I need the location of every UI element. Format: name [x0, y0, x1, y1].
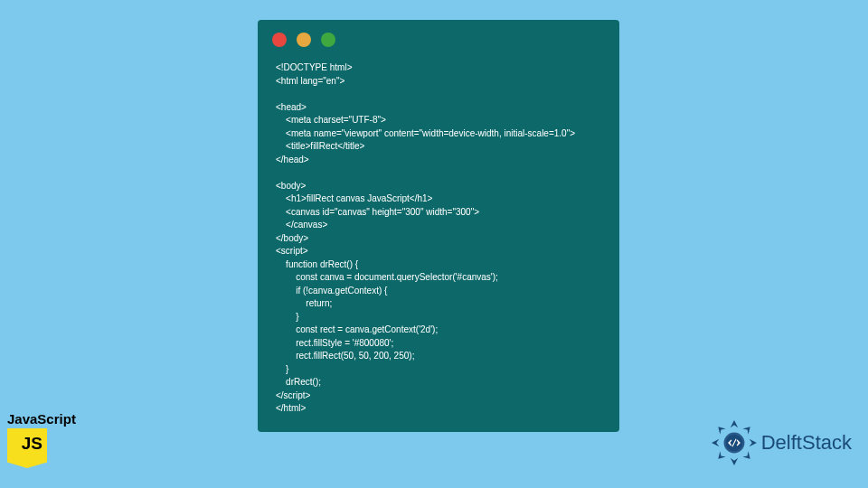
minimize-icon — [297, 33, 311, 47]
javascript-label: JavaScript — [7, 411, 76, 427]
svg-marker-6 — [718, 451, 725, 458]
svg-marker-1 — [749, 439, 756, 446]
svg-marker-2 — [731, 458, 738, 465]
svg-marker-4 — [742, 427, 750, 434]
maximize-icon — [321, 33, 335, 47]
svg-marker-7 — [718, 427, 725, 434]
delftstack-name: DelftStack — [761, 431, 852, 455]
javascript-badge: JavaScript — [7, 411, 76, 468]
code-window: <!DOCTYPE html> <html lang="en"> <head> … — [258, 20, 619, 432]
javascript-icon — [7, 428, 47, 468]
window-controls — [258, 20, 619, 56]
svg-marker-5 — [742, 451, 750, 458]
svg-marker-0 — [731, 420, 738, 427]
delftstack-icon — [711, 419, 758, 466]
close-icon — [272, 33, 287, 47]
delftstack-logo: DelftStack — [711, 419, 852, 466]
code-content: <!DOCTYPE html> <html lang="en"> <head> … — [258, 56, 619, 416]
svg-marker-3 — [712, 439, 719, 446]
